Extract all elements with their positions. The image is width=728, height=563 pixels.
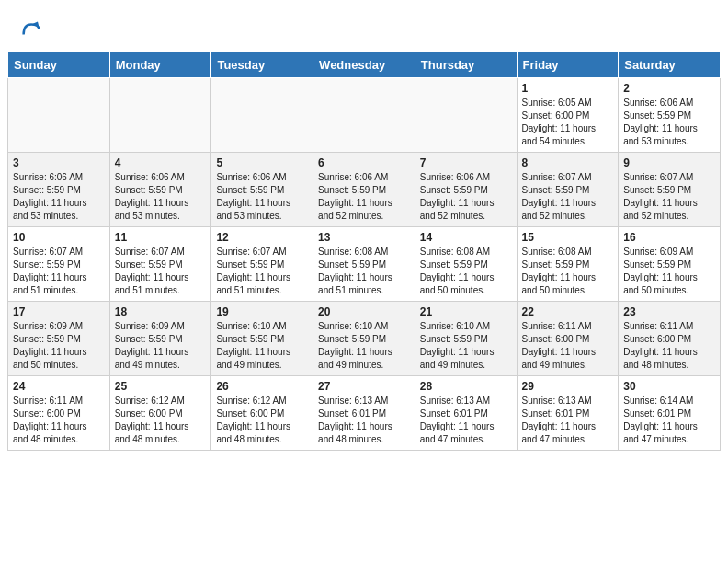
calendar-cell: 8Sunrise: 6:07 AMSunset: 5:59 PMDaylight…	[517, 153, 619, 227]
day-info: Sunrise: 6:08 AMSunset: 5:59 PMDaylight:…	[420, 246, 512, 297]
day-number: 11	[115, 231, 207, 244]
day-number: 22	[522, 305, 614, 318]
calendar-cell: 22Sunrise: 6:11 AMSunset: 6:00 PMDayligh…	[517, 302, 619, 376]
calendar-cell: 13Sunrise: 6:08 AMSunset: 5:59 PMDayligh…	[313, 227, 415, 302]
day-info: Sunrise: 6:06 AMSunset: 5:59 PMDaylight:…	[216, 171, 308, 223]
day-info: Sunrise: 6:07 AMSunset: 5:59 PMDaylight:…	[216, 246, 308, 297]
calendar-cell: 20Sunrise: 6:10 AMSunset: 5:59 PMDayligh…	[313, 302, 415, 376]
day-number: 13	[318, 231, 410, 244]
calendar-cell: 1Sunrise: 6:05 AMSunset: 6:00 PMDaylight…	[517, 78, 619, 153]
calendar-wrapper: SundayMondayTuesdayWednesdayThursdayFrid…	[0, 52, 728, 458]
weekday-header-tuesday: Tuesday	[211, 52, 313, 78]
weekday-header-monday: Monday	[109, 52, 211, 78]
day-info: Sunrise: 6:06 AMSunset: 5:59 PMDaylight:…	[13, 171, 105, 223]
day-info: Sunrise: 6:09 AMSunset: 5:59 PMDaylight:…	[115, 320, 207, 372]
day-number: 10	[13, 231, 105, 244]
calendar-cell: 21Sunrise: 6:10 AMSunset: 5:59 PMDayligh…	[415, 302, 517, 376]
calendar-cell: 17Sunrise: 6:09 AMSunset: 5:59 PMDayligh…	[8, 302, 110, 376]
calendar-cell: 25Sunrise: 6:12 AMSunset: 6:00 PMDayligh…	[109, 376, 211, 451]
day-info: Sunrise: 6:12 AMSunset: 6:00 PMDaylight:…	[216, 395, 308, 446]
day-number: 18	[115, 305, 207, 318]
day-info: Sunrise: 6:13 AMSunset: 6:01 PMDaylight:…	[420, 395, 512, 446]
day-info: Sunrise: 6:07 AMSunset: 5:59 PMDaylight:…	[115, 246, 207, 297]
calendar-cell: 16Sunrise: 6:09 AMSunset: 5:59 PMDayligh…	[619, 227, 721, 302]
day-number: 23	[623, 305, 715, 318]
day-number: 21	[420, 305, 512, 318]
calendar-cell: 14Sunrise: 6:08 AMSunset: 5:59 PMDayligh…	[415, 227, 517, 302]
weekday-header-wednesday: Wednesday	[313, 52, 415, 78]
calendar-cell: 3Sunrise: 6:06 AMSunset: 5:59 PMDaylight…	[8, 153, 110, 227]
day-info: Sunrise: 6:08 AMSunset: 5:59 PMDaylight:…	[522, 246, 614, 297]
day-number: 9	[623, 156, 715, 169]
day-info: Sunrise: 6:06 AMSunset: 5:59 PMDaylight:…	[420, 171, 512, 223]
calendar-cell: 18Sunrise: 6:09 AMSunset: 5:59 PMDayligh…	[109, 302, 211, 376]
day-number: 3	[13, 156, 105, 169]
day-number: 16	[623, 231, 715, 244]
weekday-header-saturday: Saturday	[619, 52, 721, 78]
calendar-table: SundayMondayTuesdayWednesdayThursdayFrid…	[7, 52, 721, 451]
calendar-cell: 27Sunrise: 6:13 AMSunset: 6:01 PMDayligh…	[313, 376, 415, 451]
day-info: Sunrise: 6:12 AMSunset: 6:00 PMDaylight:…	[115, 395, 207, 446]
calendar-cell: 4Sunrise: 6:06 AMSunset: 5:59 PMDaylight…	[109, 153, 211, 227]
day-number: 20	[318, 305, 410, 318]
calendar-cell: 6Sunrise: 6:06 AMSunset: 5:59 PMDaylight…	[313, 153, 415, 227]
day-number: 5	[216, 156, 308, 169]
weekday-header-sunday: Sunday	[8, 52, 110, 78]
day-number: 4	[115, 156, 207, 169]
day-info: Sunrise: 6:06 AMSunset: 5:59 PMDaylight:…	[318, 171, 410, 223]
day-number: 14	[420, 231, 512, 244]
day-info: Sunrise: 6:10 AMSunset: 5:59 PMDaylight:…	[216, 320, 308, 372]
day-info: Sunrise: 6:07 AMSunset: 5:59 PMDaylight:…	[522, 171, 614, 223]
calendar-cell: 5Sunrise: 6:06 AMSunset: 5:59 PMDaylight…	[211, 153, 313, 227]
day-number: 15	[522, 231, 614, 244]
calendar-cell	[109, 78, 211, 153]
calendar-cell: 29Sunrise: 6:13 AMSunset: 6:01 PMDayligh…	[517, 376, 619, 451]
calendar-cell: 30Sunrise: 6:14 AMSunset: 6:01 PMDayligh…	[619, 376, 721, 451]
calendar-cell: 24Sunrise: 6:11 AMSunset: 6:00 PMDayligh…	[8, 376, 110, 451]
calendar-week-2: 3Sunrise: 6:06 AMSunset: 5:59 PMDaylight…	[8, 153, 721, 227]
calendar-cell: 7Sunrise: 6:06 AMSunset: 5:59 PMDaylight…	[415, 153, 517, 227]
day-info: Sunrise: 6:06 AMSunset: 5:59 PMDaylight:…	[115, 171, 207, 223]
day-number: 24	[13, 380, 105, 393]
logo-icon	[18, 17, 44, 42]
day-number: 12	[216, 231, 308, 244]
calendar-week-4: 17Sunrise: 6:09 AMSunset: 5:59 PMDayligh…	[8, 302, 721, 376]
day-number: 30	[623, 380, 715, 393]
day-number: 17	[13, 305, 105, 318]
day-info: Sunrise: 6:13 AMSunset: 6:01 PMDaylight:…	[318, 395, 410, 446]
day-info: Sunrise: 6:08 AMSunset: 5:59 PMDaylight:…	[318, 246, 410, 297]
calendar-cell: 10Sunrise: 6:07 AMSunset: 5:59 PMDayligh…	[8, 227, 110, 302]
day-info: Sunrise: 6:10 AMSunset: 5:59 PMDaylight:…	[318, 320, 410, 372]
day-info: Sunrise: 6:09 AMSunset: 5:59 PMDaylight:…	[13, 320, 105, 372]
day-number: 29	[522, 380, 614, 393]
calendar-week-3: 10Sunrise: 6:07 AMSunset: 5:59 PMDayligh…	[8, 227, 721, 302]
day-number: 2	[623, 82, 715, 95]
page-header	[0, 0, 728, 52]
weekday-header-friday: Friday	[517, 52, 619, 78]
calendar-week-1: 1Sunrise: 6:05 AMSunset: 6:00 PMDaylight…	[8, 78, 721, 153]
calendar-cell: 26Sunrise: 6:12 AMSunset: 6:00 PMDayligh…	[211, 376, 313, 451]
calendar-cell: 9Sunrise: 6:07 AMSunset: 5:59 PMDaylight…	[619, 153, 721, 227]
day-number: 8	[522, 156, 614, 169]
calendar-week-5: 24Sunrise: 6:11 AMSunset: 6:00 PMDayligh…	[8, 376, 721, 451]
day-number: 27	[318, 380, 410, 393]
day-info: Sunrise: 6:05 AMSunset: 6:00 PMDaylight:…	[522, 97, 614, 148]
calendar-cell: 12Sunrise: 6:07 AMSunset: 5:59 PMDayligh…	[211, 227, 313, 302]
day-info: Sunrise: 6:10 AMSunset: 5:59 PMDaylight:…	[420, 320, 512, 372]
day-number: 28	[420, 380, 512, 393]
day-info: Sunrise: 6:11 AMSunset: 6:00 PMDaylight:…	[522, 320, 614, 372]
calendar-cell: 19Sunrise: 6:10 AMSunset: 5:59 PMDayligh…	[211, 302, 313, 376]
day-number: 6	[318, 156, 410, 169]
calendar-cell	[313, 78, 415, 153]
calendar-cell: 15Sunrise: 6:08 AMSunset: 5:59 PMDayligh…	[517, 227, 619, 302]
day-number: 25	[115, 380, 207, 393]
day-info: Sunrise: 6:11 AMSunset: 6:00 PMDaylight:…	[623, 320, 715, 372]
calendar-cell: 2Sunrise: 6:06 AMSunset: 5:59 PMDaylight…	[619, 78, 721, 153]
logo	[18, 17, 48, 42]
day-number: 19	[216, 305, 308, 318]
day-number: 26	[216, 380, 308, 393]
calendar-cell	[415, 78, 517, 153]
calendar-cell: 28Sunrise: 6:13 AMSunset: 6:01 PMDayligh…	[415, 376, 517, 451]
calendar-header-row: SundayMondayTuesdayWednesdayThursdayFrid…	[8, 52, 721, 78]
calendar-cell	[8, 78, 110, 153]
